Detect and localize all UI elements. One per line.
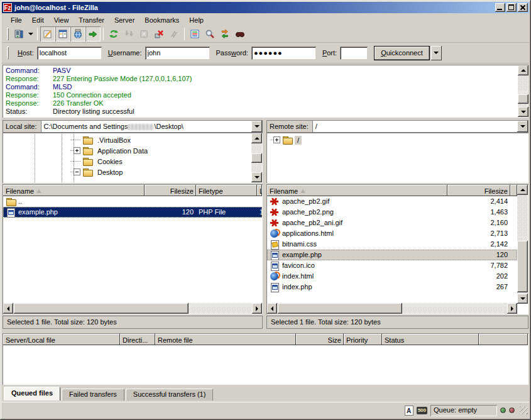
process-queue-button[interactable] xyxy=(121,26,136,41)
menu-help[interactable]: Help xyxy=(184,15,209,25)
scroll-up-button[interactable] xyxy=(517,185,528,195)
file-row[interactable]: applications.html2,713 xyxy=(267,228,517,239)
cancel-operation-button[interactable] xyxy=(136,26,151,41)
speed-limit-icon[interactable]: 500 xyxy=(417,407,427,414)
message-log-scrollbar[interactable] xyxy=(518,65,528,117)
tab-failed-transfers[interactable]: Failed transfers xyxy=(62,389,124,401)
scrollbar-thumb[interactable] xyxy=(251,153,262,163)
tree-item[interactable]: / xyxy=(270,135,528,145)
tree-item[interactable]: Desktop xyxy=(70,167,263,177)
scroll-down-button[interactable] xyxy=(517,294,528,304)
scroll-up-button[interactable] xyxy=(251,133,262,143)
find-files-button[interactable] xyxy=(233,26,248,41)
tree-expander[interactable] xyxy=(74,136,80,143)
site-manager-dropdown-button[interactable] xyxy=(26,27,35,41)
scroll-left-button[interactable] xyxy=(3,303,13,314)
scroll-right-button[interactable] xyxy=(252,303,262,314)
resize-grip[interactable] xyxy=(520,406,528,414)
tree-expander[interactable] xyxy=(74,169,80,175)
scroll-down-button[interactable] xyxy=(518,107,528,117)
file-size: 2,160 xyxy=(447,218,510,228)
column-header-size[interactable]: Size xyxy=(296,334,344,345)
toggle-message-log-button[interactable] xyxy=(40,26,55,41)
maximize-button[interactable] xyxy=(506,3,517,12)
refresh-button[interactable] xyxy=(106,26,121,41)
column-header-direction[interactable]: Directi... xyxy=(120,334,155,345)
scroll-down-button[interactable] xyxy=(251,172,262,182)
file-row[interactable]: apache_pb2.png1,463 xyxy=(267,207,517,218)
file-row[interactable]: index.php267 xyxy=(267,282,517,292)
password-input[interactable] xyxy=(251,47,316,60)
column-header-filename[interactable]: Filename xyxy=(267,185,447,196)
menu-server[interactable]: Server xyxy=(109,15,140,25)
menu-transfer[interactable]: Transfer xyxy=(74,15,109,25)
column-header-filesize[interactable]: Filesize xyxy=(145,185,196,196)
menu-file[interactable]: File xyxy=(6,15,27,25)
minimize-button[interactable] xyxy=(495,3,505,12)
file-row[interactable]: apache_pb2_ani.gif2,160 xyxy=(267,218,517,228)
transfer-type-icon[interactable]: A xyxy=(405,406,413,416)
site-manager-button[interactable] xyxy=(11,26,26,41)
quickconnect-dropdown-button[interactable] xyxy=(431,46,442,60)
column-header-filesize[interactable]: Filesize xyxy=(447,185,510,196)
disconnect-button[interactable] xyxy=(151,26,167,41)
scrollbar-thumb[interactable] xyxy=(278,303,402,314)
scroll-up-button[interactable] xyxy=(518,65,528,75)
tree-item[interactable]: Application Data xyxy=(70,145,263,156)
remote-tree-rows: / xyxy=(266,133,528,145)
tab-queued-files[interactable]: Queued files xyxy=(4,387,60,401)
scrollbar-thumb[interactable] xyxy=(14,303,189,314)
file-row[interactable]: .. xyxy=(3,196,262,207)
quickconnect-button[interactable]: Quickconnect xyxy=(374,46,430,60)
local-site-dropdown-button[interactable] xyxy=(251,121,262,132)
local-site-combo[interactable]: C:\Documents and Settings\Desktop\ xyxy=(41,120,263,133)
close-button[interactable] xyxy=(518,3,528,12)
tree-item[interactable]: Cookies xyxy=(70,156,263,167)
file-row[interactable]: bitnami.css2,142 xyxy=(267,239,517,250)
column-header-last-modified[interactable]: L xyxy=(257,185,262,196)
remote-list-hscrollbar[interactable] xyxy=(267,303,517,314)
file-row[interactable]: index.html202 xyxy=(267,271,517,282)
toolbar-gripper[interactable] xyxy=(7,28,9,40)
menu-view[interactable]: View xyxy=(49,15,74,25)
scroll-right-button[interactable] xyxy=(507,303,517,314)
username-input[interactable] xyxy=(145,47,210,60)
tree-expander[interactable] xyxy=(74,158,80,165)
remote-site-dropdown-button[interactable] xyxy=(517,121,528,132)
scrollbar-thumb[interactable] xyxy=(517,241,528,292)
column-header-remote-file[interactable]: Remote file xyxy=(155,334,296,345)
local-tree-scrollbar[interactable] xyxy=(251,133,262,182)
quickconnect-gripper[interactable] xyxy=(7,47,9,59)
tree-expander[interactable] xyxy=(273,136,280,143)
remote-list-scrollbar[interactable] xyxy=(517,185,528,304)
column-header-priority[interactable]: Priority xyxy=(344,334,382,345)
local-list-hscrollbar[interactable] xyxy=(3,303,262,314)
file-row[interactable]: example.php120 xyxy=(267,250,517,260)
queue-header: Server/Local file Directi... Remote file… xyxy=(3,334,528,345)
column-header-filename[interactable]: Filename xyxy=(3,185,145,196)
tab-successful-transfers[interactable]: Successful transfers (1) xyxy=(126,389,214,401)
menu-edit[interactable]: Edit xyxy=(27,15,49,25)
file-row[interactable]: favicon.ico7,782 xyxy=(267,260,517,271)
port-input[interactable] xyxy=(340,47,368,60)
synchronized-browsing-button[interactable] xyxy=(217,26,233,41)
file-row[interactable]: example.php120PHP File1 xyxy=(3,207,262,218)
directory-listing-filters-button[interactable] xyxy=(187,26,202,41)
reconnect-button[interactable] xyxy=(167,26,182,41)
toggle-remote-tree-button[interactable] xyxy=(70,26,85,41)
tree-expander[interactable] xyxy=(74,147,80,154)
directory-comparison-button[interactable] xyxy=(202,26,217,41)
column-header-status[interactable]: Status xyxy=(382,334,479,345)
remote-site-combo[interactable]: / xyxy=(312,120,528,133)
tree-item[interactable]: .VirtualBox xyxy=(70,135,263,145)
column-header-filetype[interactable]: Filetype xyxy=(196,185,257,196)
title-bar[interactable]: Fz john@localhost - FileZilla xyxy=(2,2,529,13)
host-input[interactable] xyxy=(37,47,102,60)
scroll-left-button[interactable] xyxy=(267,303,277,314)
toggle-local-tree-button[interactable] xyxy=(55,26,70,41)
scrollbar-thumb[interactable] xyxy=(518,94,528,104)
file-row[interactable]: apache_pb2.gif2,414 xyxy=(267,196,517,207)
column-header-server-local-file[interactable]: Server/Local file xyxy=(3,334,120,345)
toggle-transfer-queue-button[interactable] xyxy=(85,26,101,41)
menu-bookmarks[interactable]: Bookmarks xyxy=(140,15,184,25)
